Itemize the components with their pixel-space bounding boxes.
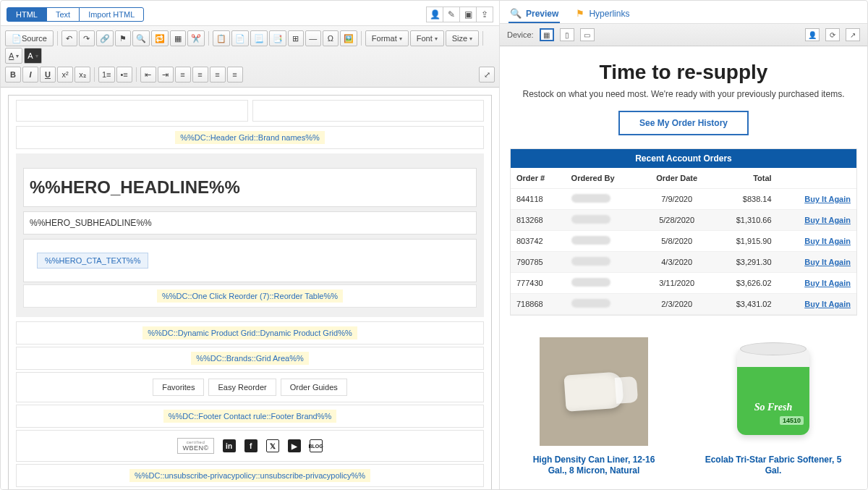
tab-preview[interactable]: 🔍 Preview	[509, 5, 560, 23]
footer-contact-block[interactable]: %%DC::Footer Contact rule::Footer Brand%…	[16, 405, 484, 428]
ordered-by	[566, 209, 641, 230]
orders-table-wrap: Recent Account Orders Order # Ordered By…	[510, 148, 857, 316]
textcolor-dropdown[interactable]: A	[5, 48, 22, 64]
italic-button[interactable]: I	[22, 67, 38, 83]
specialchar-button[interactable]: Ω	[323, 30, 339, 46]
hero-subheadline-token[interactable]: %%HERO_SUBHEADLINE%%	[23, 211, 477, 235]
device-label: Device:	[507, 30, 534, 39]
replace-button[interactable]: 🔁	[151, 30, 169, 46]
flag-icon: ⚑	[576, 8, 584, 19]
link-order-guides[interactable]: Order Guides	[281, 379, 347, 396]
format-dropdown[interactable]: Format	[365, 30, 409, 46]
link-easy-reorder[interactable]: Easy Reorder	[208, 379, 276, 396]
align-right-button[interactable]: ≡	[210, 67, 226, 83]
order-date: 5/28/2020	[641, 209, 713, 230]
buy-it-again-link[interactable]: Buy It Again	[804, 216, 851, 224]
cut-button[interactable]: ✂️	[187, 30, 205, 46]
device-mobile-button[interactable]: ▯	[560, 28, 574, 41]
expand-button[interactable]: ⤢	[479, 67, 495, 83]
align-center-button[interactable]: ≡	[192, 67, 208, 83]
buy-it-again-link[interactable]: Buy It Again	[804, 258, 851, 266]
col-total: Total	[713, 168, 778, 189]
tab-import-html[interactable]: Import HTML	[79, 7, 144, 22]
facebook-icon[interactable]: f	[244, 439, 258, 452]
product-image-liner	[540, 337, 648, 446]
twitter-icon[interactable]: 𝕏	[266, 439, 279, 452]
tab-hyperlinks[interactable]: ⚑ Hyperlinks	[574, 5, 631, 23]
subscript-button[interactable]: x₂	[75, 67, 90, 83]
reorder-table-block[interactable]: %%DC::One Click Reorder (7)::Reorder Tab…	[23, 284, 477, 308]
selectall-button[interactable]: ▦	[170, 30, 186, 46]
editor-pane: HTML Text Import HTML 👤 ✎ ▣ ⇪ 📄 Source ↶…	[1, 1, 500, 489]
user-icon[interactable]: 👤	[426, 7, 443, 22]
preview-popout-icon[interactable]: ↗	[846, 28, 860, 41]
indent-button[interactable]: ⇥	[158, 67, 174, 83]
outdent-button[interactable]: ⇤	[140, 67, 156, 83]
tab-text[interactable]: Text	[46, 7, 80, 22]
copy-button[interactable]: 📋	[213, 30, 230, 46]
link-button[interactable]: 🔗	[96, 30, 114, 46]
template-cell-empty-right[interactable]	[252, 100, 485, 122]
device-desktop-button[interactable]: ▦	[540, 28, 554, 41]
content-block-icon[interactable]: ▣	[459, 7, 477, 22]
bold-button[interactable]: B	[5, 67, 21, 83]
underline-button[interactable]: U	[40, 67, 56, 83]
preview-user-icon[interactable]: 👤	[805, 28, 820, 41]
tab-html[interactable]: HTML	[7, 7, 47, 22]
device-tablet-button[interactable]: ▭	[580, 28, 595, 41]
find-button[interactable]: 🔍	[132, 30, 150, 46]
order-history-button[interactable]: See My Order History	[618, 111, 749, 135]
table-row: 7907854/3/2020$3,291.30Buy It Again	[511, 251, 856, 272]
hero-section[interactable]: %%HERO_HEADLINE%% %%HERO_SUBHEADLINE%% %…	[16, 153, 484, 317]
source-button[interactable]: 📄 Source	[5, 30, 54, 46]
buy-it-again-link[interactable]: Buy It Again	[804, 195, 851, 203]
order-date: 7/9/2020	[641, 188, 713, 209]
device-bar: Device: ▦ ▯ ▭ 👤 ⟳ ↗	[500, 24, 867, 46]
social-row-block[interactable]: certified WBEN© in f 𝕏 ▶ BLOG	[16, 430, 484, 462]
template-cell-empty-left[interactable]	[16, 100, 248, 122]
buy-it-again-link[interactable]: Buy It Again	[804, 237, 851, 245]
align-left-button[interactable]: ≡	[175, 67, 191, 83]
size-dropdown[interactable]: Size	[446, 30, 479, 46]
hero-cta-block[interactable]: %%HERO_CTA_TEXT%%	[23, 239, 477, 282]
redo-button[interactable]: ↷	[79, 30, 95, 46]
youtube-icon[interactable]: ▶	[288, 439, 301, 452]
hr-button[interactable]: —	[305, 30, 321, 46]
brands-grid-block[interactable]: %%DC::Brands::Grid Area%%	[16, 347, 484, 370]
superscript-button[interactable]: x²	[57, 67, 73, 83]
bullet-list-button[interactable]: •≡	[116, 67, 132, 83]
linkedin-icon[interactable]: in	[223, 439, 236, 452]
align-justify-button[interactable]: ≡	[227, 67, 243, 83]
blog-icon[interactable]: BLOG	[310, 439, 323, 452]
unsubscribe-block[interactable]: %%DC::unsubscribe-privacypolicy::unsubsc…	[16, 464, 484, 487]
bgcolor-dropdown[interactable]: A	[24, 48, 41, 64]
hero-headline-token[interactable]: %%HERO_HEADLINE%%	[23, 168, 477, 207]
link-row-block[interactable]: Favorites Easy Reorder Order Guides	[16, 372, 484, 402]
paste-word-button[interactable]: 📑	[269, 30, 286, 46]
paste-text-button[interactable]: 📃	[250, 30, 268, 46]
order-id: 803742	[511, 230, 566, 251]
undo-button[interactable]: ↶	[61, 30, 77, 46]
paste-button[interactable]: 📄	[231, 30, 249, 46]
social-share-icon[interactable]: ⇪	[476, 7, 493, 22]
anchor-button[interactable]: ⚑	[115, 30, 131, 46]
numbered-list-button[interactable]: 1≡	[98, 67, 115, 83]
header-grid-block[interactable]: %%DC::Header Grid::Brand names%%	[16, 126, 484, 149]
email-template[interactable]: %%DC::Header Grid::Brand names%% %%HERO_…	[8, 95, 492, 489]
order-id: 790785	[511, 251, 566, 272]
table-button[interactable]: ⊞	[288, 30, 304, 46]
preview-refresh-icon[interactable]: ⟳	[825, 28, 840, 41]
buy-it-again-link[interactable]: Buy It Again	[804, 279, 851, 287]
product-card[interactable]: High Density Can Liner, 12-16 Gal., 8 Mi…	[525, 337, 663, 477]
order-total: $3,431.02	[713, 293, 778, 314]
buy-it-again-link[interactable]: Buy It Again	[804, 300, 851, 308]
font-dropdown[interactable]: Font	[410, 30, 444, 46]
hero-cta-token: %%HERO_CTA_TEXT%%	[37, 253, 148, 269]
dynamic-product-block[interactable]: %%DC::Dynamic Product Grid::Dynamic Prod…	[16, 321, 484, 345]
order-total: $1,310.66	[713, 209, 778, 230]
personalization-icon[interactable]: ✎	[443, 7, 460, 22]
image-button[interactable]: 🖼️	[340, 30, 357, 46]
product-card[interactable]: So Fresh 14510 Ecolab Tri-Star Fabric So…	[705, 337, 842, 477]
editor-canvas[interactable]: %%DC::Header Grid::Brand names%% %%HERO_…	[1, 88, 499, 489]
link-favorites[interactable]: Favorites	[153, 379, 204, 396]
